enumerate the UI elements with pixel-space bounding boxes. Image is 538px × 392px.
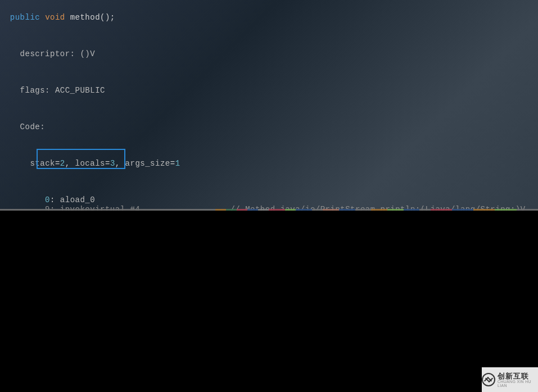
black-region xyxy=(0,211,538,392)
watermark-cn: 创新互联 xyxy=(498,372,538,380)
indent xyxy=(0,159,30,168)
pc-0: 0 xyxy=(0,195,50,204)
locals-val: 3 xyxy=(110,159,115,168)
method-signature: method(); xyxy=(65,13,115,22)
watermark-badge: 创新互联 CHUANG XIN HU LIAN xyxy=(482,367,538,392)
watermark-en: CHUANG XIN HU LIAN xyxy=(498,380,538,388)
stack-kw: stack xyxy=(30,159,55,168)
args-kw: args_size xyxy=(125,159,170,168)
flags-line: flags: ACC_PUBLIC xyxy=(20,86,105,95)
indent xyxy=(0,49,20,58)
stack-val: 2 xyxy=(60,159,65,168)
indent xyxy=(0,13,10,22)
args-val: 1 xyxy=(175,159,180,168)
keyword-void: void xyxy=(45,13,65,22)
keyword-public: public xyxy=(10,13,40,22)
op-aload: aload_0 xyxy=(60,195,95,204)
watermark-logo-icon xyxy=(482,373,495,386)
indent xyxy=(0,122,20,131)
descriptor-line: descriptor: ()V xyxy=(20,49,96,58)
locals-kw: locals xyxy=(75,159,105,168)
code-label: Code: xyxy=(20,122,46,131)
watermark-text: 创新互联 CHUANG XIN HU LIAN xyxy=(498,372,538,388)
indent xyxy=(0,86,20,95)
